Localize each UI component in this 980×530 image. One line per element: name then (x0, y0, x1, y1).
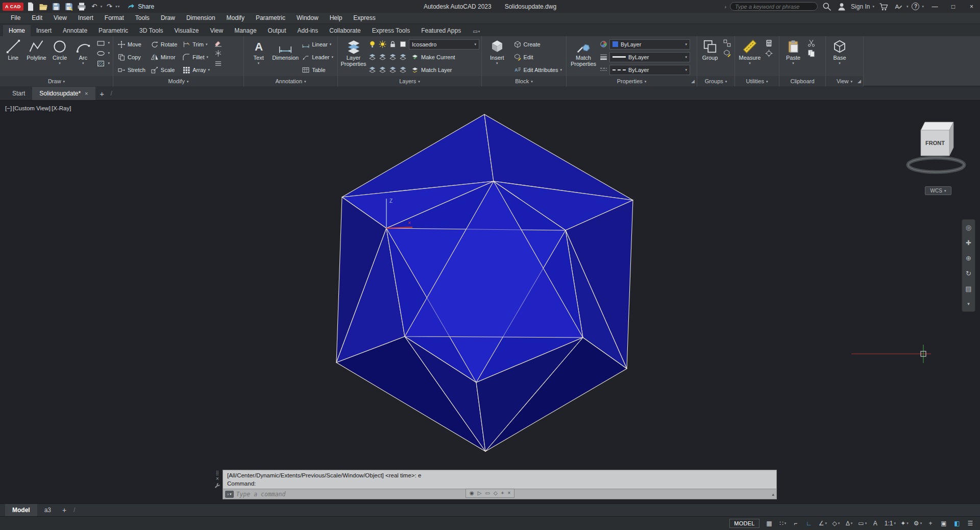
id-point-icon[interactable] (765, 49, 773, 58)
hatch-tool-icon[interactable] (96, 59, 105, 68)
create-block-button[interactable]: Create (511, 38, 564, 51)
rotate-button[interactable]: Rotate (149, 38, 179, 51)
layer-freeze-icon[interactable] (378, 40, 387, 49)
orbit-icon[interactable]: ↻ (966, 270, 971, 277)
layer-tool-icon[interactable] (368, 53, 377, 61)
status-toggle-infer-constraints[interactable]: ⌐ (790, 518, 802, 529)
ribbon-tab-insert[interactable]: Insert (31, 25, 57, 36)
search-input[interactable] (730, 2, 818, 11)
navigation-wheel-icon[interactable]: ◎ (966, 224, 971, 231)
menu-item-modify[interactable]: Modify (221, 13, 250, 23)
search-icon[interactable] (821, 2, 832, 12)
layer-tool-icon[interactable] (399, 65, 407, 74)
ribbon-tab-manage[interactable]: Manage (229, 25, 262, 36)
ribbon-tab-add-ins[interactable]: Add-ins (292, 25, 324, 36)
stretch-button[interactable]: Stretch (115, 63, 148, 76)
viewcube-front-face[interactable]: FRONT (925, 140, 945, 146)
undo-caret-icon[interactable]: ▾ (101, 5, 103, 9)
panel-label-properties[interactable]: Properties▾◢ (567, 76, 697, 86)
ungroup-icon[interactable] (723, 39, 731, 47)
text-button[interactable]: A Text ▾ (246, 38, 271, 65)
explode-icon[interactable] (214, 49, 223, 58)
polyline-button[interactable]: Polyline (26, 38, 48, 61)
lineweight-icon[interactable] (599, 53, 608, 61)
mini-record-icon[interactable]: ◉ (470, 491, 474, 496)
app-store-cart-icon[interactable] (878, 2, 889, 12)
arc-button[interactable]: Arc ▾ (72, 38, 94, 65)
leader-button[interactable]: Leader▾ (300, 51, 335, 63)
ribbon-tab-3d-tools[interactable]: 3D Tools (134, 25, 168, 36)
color-wheel-icon[interactable] (599, 40, 608, 49)
autodesk-app-icon[interactable]: A (893, 2, 904, 12)
mini-close-icon[interactable]: × (507, 491, 510, 496)
file-tab-document[interactable]: Solidosupdate* × (32, 87, 95, 100)
group-button[interactable]: Group (699, 38, 721, 61)
autocad-logo[interactable]: A CAD (3, 3, 23, 11)
plot-icon[interactable] (76, 2, 87, 12)
menu-item-tools[interactable]: Tools (130, 13, 155, 23)
ribbon-tab-home[interactable]: Home (3, 25, 31, 36)
erase-icon[interactable] (214, 39, 223, 47)
status-toggle-isodraft[interactable]: ∆▾ (843, 518, 855, 529)
copy-clip-icon[interactable] (807, 49, 816, 58)
paste-button[interactable]: Paste ▾ (781, 38, 805, 65)
dimension-button[interactable]: Dimension (272, 38, 299, 61)
measure-button[interactable]: Measure ▾ (737, 38, 763, 65)
table-button[interactable]: Table (300, 63, 335, 76)
trim-button[interactable]: Trim▾ (180, 38, 212, 51)
help-icon[interactable]: ? (912, 3, 919, 10)
scale-button[interactable]: Scale (149, 63, 179, 76)
file-tab-start[interactable]: Start (5, 87, 32, 100)
layer-tool-icon[interactable] (378, 65, 387, 74)
edit-attributes-button[interactable]: AEdit Attributes▾ (511, 63, 564, 76)
menu-item-file[interactable]: File (5, 13, 26, 23)
status-toggle-dynamic-input[interactable]: ∟ (803, 518, 816, 529)
mini-add-icon[interactable]: + (501, 491, 504, 496)
ribbon-tab-view[interactable]: View (204, 25, 229, 36)
rectangle-caret-icon[interactable]: ▾ (108, 41, 110, 44)
layout-tab-a3[interactable]: a3 (37, 504, 58, 517)
showmotion-icon[interactable]: ▤ (965, 285, 971, 292)
panel-label-view[interactable]: View▾◢ (826, 76, 863, 86)
status-toggle-polar-tracking[interactable]: ◇▾ (830, 518, 842, 529)
rectangle-tool-icon[interactable] (96, 39, 105, 47)
viewcube[interactable]: FRONT (900, 116, 977, 182)
linetype-icon[interactable] (599, 65, 608, 74)
command-scroll-icon[interactable]: ▴ (772, 492, 774, 497)
ribbon-tab-visualize[interactable]: Visualize (169, 25, 205, 36)
layout-tab-model[interactable]: Model (5, 504, 37, 517)
cut-icon[interactable] (807, 39, 816, 47)
status-toggle-annotation[interactable]: A (870, 518, 882, 529)
ribbon-tab-express-tools[interactable]: Express Tools (366, 25, 415, 36)
status-toggle-annotation-visibility[interactable]: ✦▾ (898, 518, 911, 529)
layer-tool-icon[interactable] (378, 53, 387, 61)
linear-button[interactable]: Linear▾ (300, 38, 335, 51)
undo-icon[interactable]: ↶ (89, 2, 100, 12)
ribbon-tab-featured-apps[interactable]: Featured Apps (415, 25, 467, 36)
open-file-icon[interactable] (38, 2, 49, 12)
qat-menu-caret-icon[interactable]: ▾ (118, 5, 120, 9)
ribbon-display-toggle[interactable]: ▭ ▾ (470, 27, 483, 36)
command-close-icon[interactable]: × (216, 476, 219, 481)
mini-play-icon[interactable]: ▷ (478, 491, 482, 496)
ribbon-tab-output[interactable]: Output (262, 25, 292, 36)
new-layout-button[interactable]: + (58, 504, 70, 516)
view-control[interactable]: [Custom View] (13, 105, 51, 111)
base-button[interactable]: Base ▾ (828, 38, 851, 65)
layer-combobox[interactable]: Icosaedro ▾ (409, 39, 479, 50)
match-layer-button[interactable]: Match Layer (409, 63, 454, 76)
modify-more-icon[interactable] (214, 59, 223, 68)
layer-tool-icon[interactable] (388, 53, 397, 61)
menu-item-dimension[interactable]: Dimension (181, 13, 221, 23)
grip-handle-icon[interactable]: ⣿ (216, 471, 219, 475)
layer-tool-icon[interactable] (399, 53, 407, 61)
ellipse-tool-icon[interactable] (96, 49, 105, 58)
panel-label-utilities[interactable]: Utilities▾ (735, 76, 779, 86)
lineweight-combobox[interactable]: ByLayer ▾ (609, 52, 690, 62)
menu-item-format[interactable]: Format (99, 13, 130, 23)
navbar-caret-icon[interactable]: ▾ (967, 301, 970, 307)
status-toggle-clean-screen[interactable]: ◧ (951, 518, 964, 529)
status-toggle-ortho[interactable]: ∠▾ (817, 518, 829, 529)
wcs-dropdown[interactable]: WCS ▾ (925, 186, 951, 195)
menu-item-parametric[interactable]: Parametric (250, 13, 291, 23)
